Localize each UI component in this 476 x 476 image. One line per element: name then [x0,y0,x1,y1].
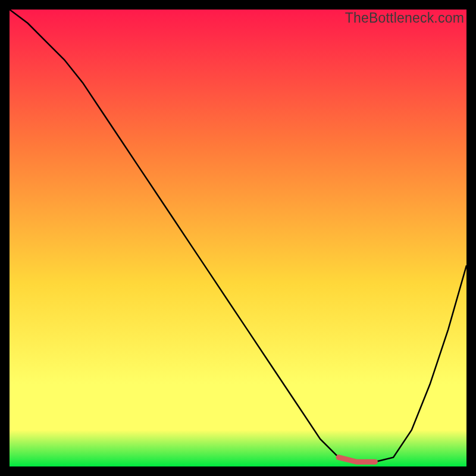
bottleneck-plot [10,10,466,466]
chart-frame: TheBottleneck.com [10,10,466,466]
watermark-text: TheBottleneck.com [345,10,464,26]
